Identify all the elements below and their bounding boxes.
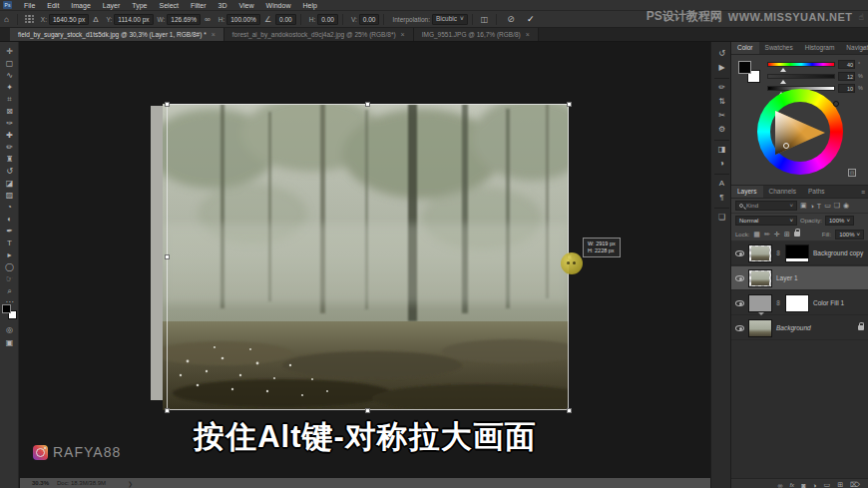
- properties-panel-icon[interactable]: ⚙: [711, 124, 732, 136]
- document-tab-2[interactable]: forest_ai_by_andokostock_d9cj4a2.jpg @ 2…: [224, 28, 414, 41]
- adjustments-panel-icon[interactable]: ◑: [711, 158, 732, 170]
- path-selection-tool[interactable]: ▸: [0, 249, 19, 260]
- transform-handle-top-left[interactable]: [165, 102, 170, 107]
- actions-panel-icon[interactable]: ▶: [711, 62, 732, 74]
- visibility-eye-icon[interactable]: [735, 250, 744, 256]
- app-icon[interactable]: Ps: [3, 1, 12, 9]
- document-tab-1[interactable]: field_by_sugary_stock_d1ts5dk.jpg @ 30,3…: [10, 28, 224, 41]
- quick-selection-tool[interactable]: ✦: [0, 82, 19, 93]
- layer-row-background[interactable]: Background: [731, 316, 868, 340]
- wheel-options-icon[interactable]: ⊡: [848, 169, 856, 177]
- zoom-level-field[interactable]: 30.3%: [32, 480, 49, 486]
- document-tab-3[interactable]: IMG_9551.JPG @ 16,7% (RGB/8) ×: [414, 28, 539, 41]
- layer-name[interactable]: Background copy: [813, 249, 863, 256]
- color-swatches[interactable]: [738, 61, 760, 83]
- layer-name[interactable]: Color Fill 1: [813, 299, 844, 306]
- move-tool[interactable]: ✛: [0, 46, 19, 57]
- brushes-panel-icon[interactable]: ⇅: [711, 96, 732, 108]
- tab-histogram[interactable]: Histogram: [799, 42, 841, 54]
- tab-channels[interactable]: Channels: [763, 186, 802, 198]
- saturation-value[interactable]: 12: [838, 72, 855, 81]
- history-panel-icon[interactable]: ↺: [711, 48, 732, 60]
- lock-artboard-icon[interactable]: ⊞: [784, 231, 790, 239]
- panel-menu-icon[interactable]: ≡: [861, 189, 865, 196]
- filter-smart-objects-icon[interactable]: ❏: [834, 202, 840, 210]
- visibility-eye-icon[interactable]: [735, 300, 744, 306]
- blur-tool[interactable]: ◔: [0, 202, 19, 213]
- commit-transform-button[interactable]: ✓: [527, 14, 535, 24]
- new-layer-icon[interactable]: ⊞: [837, 481, 843, 488]
- fill-input[interactable]: 100% ˅: [835, 230, 864, 240]
- lasso-tool[interactable]: ∿: [0, 70, 19, 81]
- x-input[interactable]: 1640.50 px: [49, 14, 89, 25]
- hue-value[interactable]: 40: [838, 60, 855, 69]
- relative-position-icon[interactable]: Δ: [93, 15, 98, 24]
- clone-stamp-tool[interactable]: ♜: [0, 154, 19, 165]
- menu-image[interactable]: Image: [65, 0, 96, 11]
- layer-thumbnail[interactable]: [748, 244, 772, 262]
- y-input[interactable]: 1114.00 px: [114, 14, 153, 25]
- lock-pixels-icon[interactable]: ✏: [764, 231, 770, 239]
- tab-color[interactable]: Color: [731, 42, 759, 54]
- tab-layers[interactable]: Layers: [731, 186, 763, 198]
- skew-h-input[interactable]: 0.00: [317, 14, 338, 25]
- eyedropper-tool[interactable]: ✑: [0, 118, 19, 129]
- opacity-input[interactable]: 100% ˅: [825, 216, 854, 226]
- transform-handle-middle-left[interactable]: [165, 254, 170, 259]
- lock-position-icon[interactable]: ✛: [774, 231, 780, 239]
- layer-thumbnail[interactable]: [748, 269, 772, 287]
- quick-mask-icon[interactable]: ◎: [0, 324, 19, 335]
- triangle-marker[interactable]: [783, 143, 789, 149]
- adjustment-layer-icon[interactable]: ◑: [812, 482, 816, 488]
- layer-row-layer-1[interactable]: Layer 1: [731, 266, 868, 290]
- close-icon[interactable]: ×: [401, 31, 405, 38]
- menu-3d[interactable]: 3D: [213, 0, 233, 11]
- add-mask-icon[interactable]: ◙: [801, 482, 805, 488]
- interpolation-select[interactable]: Bicubic ˅: [432, 14, 468, 25]
- menu-view[interactable]: View: [233, 0, 260, 11]
- canvas-area[interactable]: W: 2919 px H: 2228 px 按住Alt键-对称拉大画面 RAFY…: [20, 42, 710, 478]
- lock-transparency-icon[interactable]: ▦: [753, 231, 760, 239]
- menu-window[interactable]: Window: [260, 0, 297, 11]
- layer-mask-thumbnail[interactable]: [785, 294, 809, 312]
- status-options-chevron[interactable]: ❯: [128, 480, 133, 487]
- transform-handle-top-center[interactable]: [365, 102, 370, 107]
- visibility-eye-icon[interactable]: [735, 275, 744, 281]
- menu-filter[interactable]: Filter: [185, 0, 213, 11]
- saturation-slider[interactable]: [767, 74, 835, 79]
- visibility-eye-icon[interactable]: [735, 325, 744, 331]
- crop-tool[interactable]: ⌗: [0, 94, 19, 105]
- panel-menu-icon[interactable]: ≡: [861, 45, 865, 52]
- shape-tool[interactable]: ◯: [0, 261, 19, 272]
- zoom-tool[interactable]: ⌕: [0, 285, 19, 296]
- libraries-panel-icon[interactable]: ❏: [711, 212, 732, 224]
- filter-toggle-icon[interactable]: ◉: [843, 202, 849, 210]
- menu-layer[interactable]: Layer: [97, 0, 127, 11]
- eraser-tool[interactable]: ◪: [0, 178, 19, 189]
- foreground-background-swatches[interactable]: [2, 304, 17, 319]
- screen-mode-icon[interactable]: ▣: [0, 337, 19, 348]
- width-input[interactable]: 126.69%: [167, 14, 201, 25]
- healing-brush-tool[interactable]: ✚: [0, 130, 19, 141]
- layer-name[interactable]: Layer 1: [776, 274, 798, 281]
- layer-thumbnail[interactable]: [748, 294, 772, 312]
- hue-slider[interactable]: [767, 62, 835, 67]
- info-panel-icon[interactable]: ◨: [711, 144, 732, 156]
- hand-tool[interactable]: ☞: [0, 273, 19, 284]
- transform-bounding-box[interactable]: [167, 104, 569, 410]
- filter-pixel-layers-icon[interactable]: ▣: [800, 202, 807, 210]
- transform-handle-top-right[interactable]: [567, 102, 572, 107]
- height-input[interactable]: 100.00%: [226, 14, 260, 25]
- lock-all-icon[interactable]: [794, 232, 800, 237]
- layer-mask-thumbnail[interactable]: [785, 244, 809, 262]
- layer-filter-select[interactable]: Kind ˅: [735, 201, 797, 211]
- dodge-tool[interactable]: ◐: [0, 214, 19, 225]
- type-tool[interactable]: T: [0, 238, 19, 248]
- menu-file[interactable]: File: [18, 0, 41, 11]
- blend-mode-select[interactable]: Normal ˅: [735, 216, 797, 226]
- close-icon[interactable]: ×: [212, 31, 216, 38]
- reference-point-icon[interactable]: [25, 15, 34, 24]
- brush-tool[interactable]: ✏: [0, 142, 19, 153]
- pen-tool[interactable]: ✒: [0, 226, 19, 237]
- filter-adjustment-layers-icon[interactable]: ◑: [810, 203, 814, 210]
